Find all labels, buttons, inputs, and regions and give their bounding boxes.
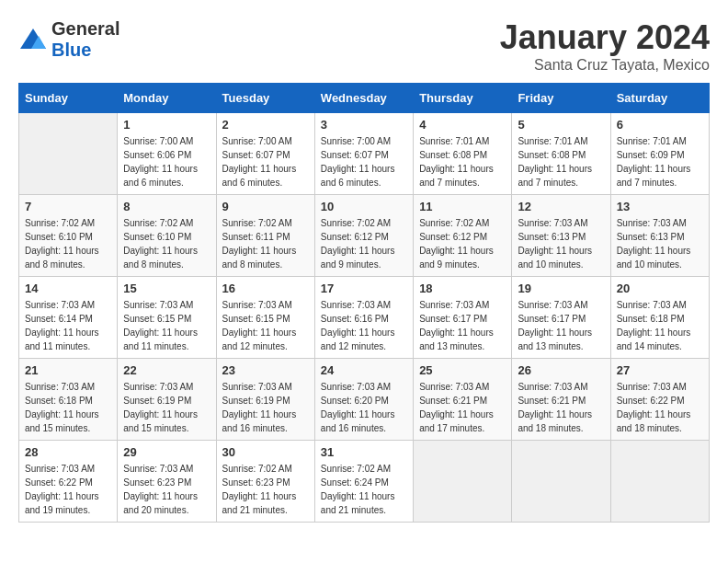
calendar-cell: 7Sunrise: 7:02 AMSunset: 6:10 PMDaylight… — [19, 195, 118, 277]
day-info: Sunrise: 7:03 AMSunset: 6:22 PMDaylight:… — [25, 462, 111, 517]
calendar-cell: 18Sunrise: 7:03 AMSunset: 6:17 PMDayligh… — [414, 277, 512, 359]
calendar-week-row: 28Sunrise: 7:03 AMSunset: 6:22 PMDayligh… — [19, 441, 710, 523]
calendar-title: January 2024 — [500, 18, 710, 57]
calendar-cell: 27Sunrise: 7:03 AMSunset: 6:22 PMDayligh… — [610, 359, 709, 441]
calendar-cell: 23Sunrise: 7:03 AMSunset: 6:19 PMDayligh… — [216, 359, 314, 441]
day-info: Sunrise: 7:03 AMSunset: 6:13 PMDaylight:… — [617, 216, 703, 271]
day-info: Sunrise: 7:01 AMSunset: 6:09 PMDaylight:… — [617, 134, 703, 190]
day-number: 23 — [222, 363, 309, 377]
title-section: January 2024 Santa Cruz Tayata, Mexico — [500, 18, 710, 74]
calendar-cell: 12Sunrise: 7:03 AMSunset: 6:13 PMDayligh… — [512, 195, 610, 277]
day-info: Sunrise: 7:03 AMSunset: 6:15 PMDaylight:… — [222, 298, 309, 353]
day-info: Sunrise: 7:00 AMSunset: 6:07 PMDaylight:… — [222, 134, 309, 190]
day-number: 30 — [222, 445, 309, 459]
weekday-header-saturday: Saturday — [610, 84, 709, 113]
day-info: Sunrise: 7:03 AMSunset: 6:15 PMDaylight:… — [123, 298, 210, 353]
day-number: 16 — [222, 282, 309, 295]
weekday-header-thursday: Thursday — [414, 84, 512, 113]
calendar-cell: 31Sunrise: 7:02 AMSunset: 6:24 PMDayligh… — [314, 441, 413, 523]
day-info: Sunrise: 7:03 AMSunset: 6:18 PMDaylight:… — [617, 298, 703, 353]
day-info: Sunrise: 7:03 AMSunset: 6:14 PMDaylight:… — [25, 298, 111, 353]
calendar-cell: 15Sunrise: 7:03 AMSunset: 6:15 PMDayligh… — [118, 277, 216, 359]
calendar-cell: 30Sunrise: 7:02 AMSunset: 6:23 PMDayligh… — [216, 441, 314, 523]
calendar-cell: 28Sunrise: 7:03 AMSunset: 6:22 PMDayligh… — [19, 441, 118, 523]
calendar-cell: 19Sunrise: 7:03 AMSunset: 6:17 PMDayligh… — [512, 277, 610, 359]
day-number: 17 — [321, 282, 407, 295]
day-info: Sunrise: 7:03 AMSunset: 6:21 PMDaylight:… — [419, 380, 506, 435]
day-info: Sunrise: 7:03 AMSunset: 6:13 PMDaylight:… — [518, 216, 604, 271]
calendar-week-row: 14Sunrise: 7:03 AMSunset: 6:14 PMDayligh… — [19, 277, 710, 359]
day-info: Sunrise: 7:02 AMSunset: 6:10 PMDaylight:… — [123, 216, 210, 271]
day-number: 12 — [518, 200, 604, 213]
day-number: 3 — [321, 118, 407, 132]
day-number: 9 — [222, 200, 309, 213]
calendar-cell: 16Sunrise: 7:03 AMSunset: 6:15 PMDayligh… — [216, 277, 314, 359]
day-number: 29 — [123, 445, 210, 459]
calendar-cell: 13Sunrise: 7:03 AMSunset: 6:13 PMDayligh… — [610, 195, 709, 277]
day-number: 21 — [25, 363, 111, 377]
day-info: Sunrise: 7:03 AMSunset: 6:19 PMDaylight:… — [123, 380, 210, 435]
logo-general: General — [51, 18, 119, 39]
calendar-body: 1Sunrise: 7:00 AMSunset: 6:06 PMDaylight… — [19, 113, 710, 523]
weekday-header-monday: Monday — [118, 84, 216, 113]
calendar-table: SundayMondayTuesdayWednesdayThursdayFrid… — [18, 83, 710, 523]
day-info: Sunrise: 7:00 AMSunset: 6:07 PMDaylight:… — [321, 134, 407, 190]
day-number: 5 — [518, 118, 604, 132]
calendar-cell: 11Sunrise: 7:02 AMSunset: 6:12 PMDayligh… — [414, 195, 512, 277]
calendar-week-row: 7Sunrise: 7:02 AMSunset: 6:10 PMDaylight… — [19, 195, 710, 277]
calendar-cell — [512, 441, 610, 523]
weekday-header-friday: Friday — [512, 84, 610, 113]
calendar-cell: 4Sunrise: 7:01 AMSunset: 6:08 PMDaylight… — [414, 113, 512, 195]
calendar-cell: 26Sunrise: 7:03 AMSunset: 6:21 PMDayligh… — [512, 359, 610, 441]
day-number: 6 — [617, 118, 703, 132]
calendar-cell: 17Sunrise: 7:03 AMSunset: 6:16 PMDayligh… — [314, 277, 413, 359]
day-info: Sunrise: 7:02 AMSunset: 6:11 PMDaylight:… — [222, 216, 309, 271]
calendar-cell: 9Sunrise: 7:02 AMSunset: 6:11 PMDaylight… — [216, 195, 314, 277]
calendar-cell: 6Sunrise: 7:01 AMSunset: 6:09 PMDaylight… — [610, 113, 709, 195]
day-number: 19 — [518, 282, 604, 295]
day-number: 18 — [419, 282, 506, 295]
calendar-cell — [19, 113, 118, 195]
day-info: Sunrise: 7:03 AMSunset: 6:23 PMDaylight:… — [123, 462, 210, 517]
day-info: Sunrise: 7:00 AMSunset: 6:06 PMDaylight:… — [123, 134, 210, 190]
calendar-cell: 1Sunrise: 7:00 AMSunset: 6:06 PMDaylight… — [118, 113, 216, 195]
day-info: Sunrise: 7:03 AMSunset: 6:21 PMDaylight:… — [518, 380, 604, 435]
day-info: Sunrise: 7:03 AMSunset: 6:22 PMDaylight:… — [617, 380, 703, 435]
calendar-cell — [414, 441, 512, 523]
calendar-week-row: 21Sunrise: 7:03 AMSunset: 6:18 PMDayligh… — [19, 359, 710, 441]
calendar-header: SundayMondayTuesdayWednesdayThursdayFrid… — [19, 84, 710, 113]
day-number: 24 — [321, 363, 407, 377]
day-info: Sunrise: 7:03 AMSunset: 6:18 PMDaylight:… — [25, 380, 111, 435]
day-number: 13 — [617, 200, 703, 213]
page-header: General Blue January 2024 Santa Cruz Tay… — [18, 18, 710, 74]
day-info: Sunrise: 7:01 AMSunset: 6:08 PMDaylight:… — [419, 134, 506, 190]
calendar-subtitle: Santa Cruz Tayata, Mexico — [500, 57, 710, 74]
calendar-cell: 8Sunrise: 7:02 AMSunset: 6:10 PMDaylight… — [118, 195, 216, 277]
weekday-header-tuesday: Tuesday — [216, 84, 314, 113]
day-number: 31 — [321, 445, 407, 459]
day-number: 28 — [25, 445, 111, 459]
day-info: Sunrise: 7:03 AMSunset: 6:17 PMDaylight:… — [518, 298, 604, 353]
day-info: Sunrise: 7:02 AMSunset: 6:24 PMDaylight:… — [321, 462, 407, 517]
day-info: Sunrise: 7:03 AMSunset: 6:20 PMDaylight:… — [321, 380, 407, 435]
day-number: 11 — [419, 200, 506, 213]
day-number: 27 — [617, 363, 703, 377]
day-number: 4 — [419, 118, 506, 132]
calendar-cell: 5Sunrise: 7:01 AMSunset: 6:08 PMDaylight… — [512, 113, 610, 195]
day-info: Sunrise: 7:01 AMSunset: 6:08 PMDaylight:… — [518, 134, 604, 190]
day-number: 2 — [222, 118, 309, 132]
calendar-cell: 20Sunrise: 7:03 AMSunset: 6:18 PMDayligh… — [610, 277, 709, 359]
logo: General Blue — [18, 18, 119, 61]
calendar-cell: 25Sunrise: 7:03 AMSunset: 6:21 PMDayligh… — [414, 359, 512, 441]
day-info: Sunrise: 7:03 AMSunset: 6:16 PMDaylight:… — [321, 298, 407, 353]
day-info: Sunrise: 7:02 AMSunset: 6:12 PMDaylight:… — [321, 216, 407, 271]
calendar-cell: 22Sunrise: 7:03 AMSunset: 6:19 PMDayligh… — [118, 359, 216, 441]
calendar-cell: 10Sunrise: 7:02 AMSunset: 6:12 PMDayligh… — [314, 195, 413, 277]
calendar-cell: 14Sunrise: 7:03 AMSunset: 6:14 PMDayligh… — [19, 277, 118, 359]
logo-blue: Blue — [51, 40, 91, 60]
calendar-cell: 3Sunrise: 7:00 AMSunset: 6:07 PMDaylight… — [314, 113, 413, 195]
day-info: Sunrise: 7:02 AMSunset: 6:10 PMDaylight:… — [25, 216, 111, 271]
day-number: 8 — [123, 200, 210, 213]
day-info: Sunrise: 7:02 AMSunset: 6:12 PMDaylight:… — [419, 216, 506, 271]
calendar-cell — [610, 441, 709, 523]
